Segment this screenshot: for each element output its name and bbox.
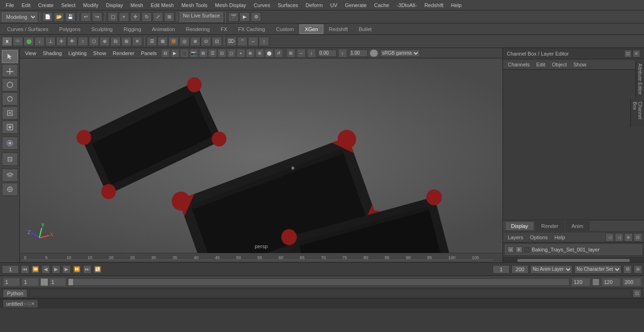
menu-modify[interactable]: Modify [79, 1, 102, 9]
current-frame-input[interactable] [2, 265, 19, 274]
vp-icon-6[interactable]: ☰ [208, 49, 217, 57]
xgen-icon-14[interactable]: ☰ [147, 37, 157, 46]
vp-menu-renderer[interactable]: Renderer [110, 49, 137, 57]
layer-scrollbar[interactable] [503, 258, 644, 262]
menu-3dtoall[interactable]: -3DtoAll- [393, 1, 421, 9]
xgen-icon-15[interactable]: ⊠ [157, 37, 168, 46]
vp-icon-3[interactable]: 🎥 [180, 49, 189, 57]
tab-display[interactable]: Display [505, 221, 534, 231]
vp-gamma-select[interactable]: sRGB gamma [380, 49, 420, 57]
tab-render[interactable]: Render [535, 221, 564, 231]
anim-layer-select[interactable]: No Anim Layer [530, 265, 572, 274]
menu-edit-mesh[interactable]: Edit Mesh [147, 1, 178, 9]
xgen-icon-1[interactable]: X [2, 37, 12, 46]
xgen-icon-5[interactable]: ⊥ [45, 37, 56, 46]
tab-fx[interactable]: FX [215, 24, 232, 34]
undo-btn[interactable]: ↩ [81, 12, 91, 22]
xgen-icon-16[interactable]: 🔆 [168, 37, 179, 46]
live-surface-btn[interactable]: No Live Surface [180, 12, 223, 22]
tl-next-frame-btn[interactable]: ▶ [62, 265, 71, 274]
layer-vis-p-btn[interactable]: P [516, 246, 522, 253]
char-set-select[interactable]: No Character Set [574, 265, 621, 274]
taskbar-close-btn[interactable]: ✕ [31, 301, 35, 306]
xgen-icon-19[interactable]: ⊙ [201, 37, 211, 46]
open-scene-btn[interactable]: 📂 [54, 12, 64, 22]
vp-icon-10[interactable]: ⊕ [246, 49, 255, 57]
cb-menu-channels[interactable]: Channels [505, 61, 532, 68]
tab-rendering[interactable]: Rendering [181, 24, 215, 34]
menu-edit[interactable]: Edit [18, 1, 34, 9]
scene-area[interactable]: X Y Z persp [20, 58, 503, 253]
vp-icon-15[interactable]: ↔ [297, 49, 305, 57]
lasso-tool-btn[interactable]: ⌖ [119, 12, 129, 22]
transform-tool-btn[interactable]: ⊞ [164, 12, 174, 22]
vp-menu-lighting[interactable]: Lighting [66, 49, 89, 57]
xgen-icon-3[interactable]: ⬤ [24, 37, 34, 46]
tl-prev-frame-btn[interactable]: ◀ [41, 265, 50, 274]
redo-btn[interactable]: ↪ [92, 12, 102, 22]
layer-item[interactable]: V P Baking_Trays_Set_001_layer [505, 244, 642, 255]
select-tool-left[interactable] [2, 50, 18, 63]
menu-create[interactable]: Create [34, 1, 58, 9]
sb-field5[interactable] [602, 278, 620, 286]
layers-menu[interactable]: Layers [505, 234, 526, 241]
vp-menu-show[interactable]: Show [91, 49, 109, 57]
vp-icon-5[interactable]: ⊞ [199, 49, 207, 57]
menu-surfaces[interactable]: Surfaces [274, 1, 302, 9]
xgen-icon-20[interactable]: ⊡ [212, 37, 222, 46]
tab-bullet[interactable]: Bullet [354, 24, 377, 34]
xgen-icon-24[interactable]: ↕ [259, 37, 269, 46]
layer-color-swatch[interactable] [524, 247, 530, 252]
xgen-icon-10[interactable]: ⊕ [99, 37, 110, 46]
move-tool-left[interactable] [2, 64, 18, 77]
rotate-tool-btn[interactable]: ↻ [141, 12, 152, 22]
cb-menu-object[interactable]: Object [549, 61, 570, 68]
menu-deform[interactable]: Deform [302, 1, 326, 9]
menu-curves[interactable]: Curves [250, 1, 274, 9]
viewport[interactable]: View Shading Lighting Show Renderer Pane… [20, 48, 503, 262]
menu-select[interactable]: Select [58, 1, 80, 9]
new-scene-btn[interactable]: 📄 [42, 12, 53, 22]
vp-icon-16[interactable]: ↕ [307, 49, 316, 57]
vp-icon-1[interactable]: ⊟ [161, 49, 170, 57]
menu-display[interactable]: Display [102, 1, 127, 9]
panel-close-btn[interactable]: ✕ [633, 50, 640, 57]
layer-delete-btn[interactable]: ⊟ [634, 233, 642, 242]
menu-mesh-tools[interactable]: Mesh Tools [178, 1, 211, 9]
menu-mesh[interactable]: Mesh [127, 1, 147, 9]
tab-polygons[interactable]: Polygons [54, 24, 85, 34]
vp-menu-panels[interactable]: Panels [139, 49, 159, 57]
xgen-icon-23[interactable]: ↔ [248, 37, 258, 46]
vp-value1[interactable] [318, 49, 337, 57]
tab-xgen[interactable]: XGen [299, 24, 323, 34]
menu-file[interactable]: File [2, 1, 18, 9]
select-tool-btn[interactable]: ▢ [107, 12, 118, 22]
tab-animation[interactable]: Animation [147, 24, 180, 34]
menu-redshift[interactable]: Redshift [421, 1, 447, 9]
xgen-icon-12[interactable]: ⊞ [121, 37, 132, 46]
vp-icon-7[interactable]: ⊡ [218, 49, 226, 57]
taskbar-maximize-btn[interactable]: □ [28, 301, 30, 306]
menu-generate[interactable]: Generate [341, 1, 371, 9]
tl-settings-btn[interactable]: ⚙ [623, 265, 632, 274]
xgen-icon-6[interactable]: ✛ [56, 37, 66, 46]
taskbar-item[interactable]: untitled ─ □ ✕ [3, 300, 38, 308]
layer-arrow-up-btn[interactable]: ◁ [605, 233, 614, 242]
options-menu[interactable]: Options [527, 234, 551, 241]
tl-next-key-btn[interactable]: ⏩ [73, 265, 81, 274]
tl-extra-btn[interactable]: ⊕ [634, 265, 642, 274]
tab-anim[interactable]: Anim [565, 221, 589, 231]
cb-menu-edit[interactable]: Edit [533, 61, 548, 68]
python-expand-btn[interactable]: ⊡ [633, 289, 641, 298]
sb-field1[interactable] [3, 278, 20, 286]
tab-rigging[interactable]: Rigging [118, 24, 146, 34]
snap2-tool-left[interactable] [2, 183, 18, 196]
vp-icon-11[interactable]: ⊗ [256, 49, 264, 57]
vp-menu-shading[interactable]: Shading [41, 49, 64, 57]
sculpt-tool-left[interactable] [2, 78, 18, 91]
sb-color-swatch[interactable] [41, 278, 48, 286]
tab-curves-surfaces[interactable]: Curves / Surfaces [2, 24, 53, 34]
tl-play-btn[interactable]: ▶ [52, 265, 60, 274]
sb-field4[interactable] [571, 278, 590, 286]
xgen-icon-13[interactable]: ✕ [132, 37, 142, 46]
